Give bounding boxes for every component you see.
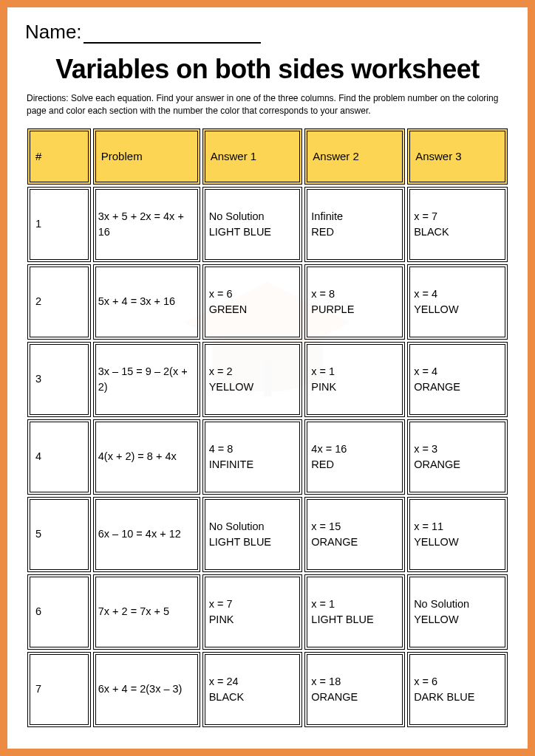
cell-answer-3: x = 7BLACK: [407, 187, 508, 262]
header-ans3: Answer 3: [407, 128, 508, 185]
answer-color: PURPLE: [311, 302, 398, 317]
header-problem: Problem: [93, 128, 200, 185]
answer-value: x = 11: [414, 519, 501, 534]
answer-value: x = 4: [414, 364, 501, 379]
answer-color: BLACK: [414, 224, 501, 239]
cell-answer-3: No SolutionYELLOW: [407, 574, 508, 650]
cell-answer-3: x = 6DARK BLUE: [407, 652, 508, 727]
problems-table: # Problem Answer 1 Answer 2 Answer 3 1 3…: [25, 126, 510, 729]
cell-problem: 3x – 15 = 9 – 2(x + 2): [93, 342, 200, 417]
answer-value: x = 7: [209, 597, 296, 611]
cell-problem: 7x + 2 = 7x + 5: [93, 574, 200, 650]
cell-answer-3: x = 3ORANGE: [407, 419, 508, 495]
answer-value: x = 6: [209, 286, 296, 301]
directions-text: Directions: Solve each equation. Find yo…: [25, 92, 510, 117]
table-header-row: # Problem Answer 1 Answer 2 Answer 3: [27, 128, 508, 185]
answer-value: x = 18: [311, 674, 398, 689]
cell-answer-1: x = 6GREEN: [202, 264, 303, 340]
cell-answer-3: x = 4ORANGE: [407, 342, 508, 417]
table-row: 3 3x – 15 = 9 – 2(x + 2)x = 2YELLOWx = 1…: [27, 342, 508, 417]
cell-number: 1: [27, 187, 91, 262]
answer-color: BLACK: [209, 690, 296, 704]
table-row: 6 7x + 2 = 7x + 5x = 7PINKx = 1LIGHT BLU…: [27, 574, 508, 650]
answer-value: x = 1: [311, 364, 398, 379]
answer-color: PINK: [311, 379, 398, 394]
answer-value: x = 3: [414, 441, 501, 456]
cell-problem: 5x + 4 = 3x + 16: [93, 264, 200, 340]
cell-number: 7: [27, 652, 91, 727]
cell-answer-2: x = 1PINK: [304, 342, 405, 417]
cell-problem: 6x – 10 = 4x + 12: [93, 497, 200, 572]
answer-value: x = 2: [209, 364, 296, 379]
cell-answer-1: 4 = 8INFINITE: [202, 419, 303, 495]
answer-value: x = 6: [414, 674, 501, 689]
answer-color: YELLOW: [414, 535, 501, 549]
answer-color: GREEN: [209, 302, 296, 317]
answer-value: x = 24: [209, 674, 296, 689]
cell-problem: 3x + 5 + 2x = 4x + 16: [93, 187, 200, 262]
cell-number: 6: [27, 574, 91, 650]
answer-color: RED: [311, 457, 398, 472]
header-ans1: Answer 1: [202, 128, 303, 185]
answer-value: x = 1: [311, 597, 398, 611]
answer-color: LIGHT BLUE: [311, 612, 398, 627]
answer-value: 4 = 8: [209, 441, 296, 456]
cell-answer-2: x = 15ORANGE: [304, 497, 405, 572]
header-num: #: [27, 128, 91, 185]
answer-color: ORANGE: [311, 535, 398, 549]
cell-answer-1: x = 24BLACK: [202, 652, 303, 727]
cell-problem: 6x + 4 = 2(3x – 3): [93, 652, 200, 727]
answer-value: Infinite: [311, 209, 398, 224]
answer-value: No Solution: [209, 209, 296, 224]
answer-color: ORANGE: [414, 379, 501, 394]
answer-color: ORANGE: [414, 457, 501, 472]
answer-value: x = 15: [311, 519, 398, 534]
answer-value: No Solution: [414, 597, 501, 611]
page-title: Variables on both sides worksheet: [25, 54, 510, 85]
answer-value: 4x = 16: [311, 441, 398, 456]
cell-answer-3: x = 4YELLOW: [407, 264, 508, 340]
cell-number: 3: [27, 342, 91, 417]
cell-answer-1: x = 2YELLOW: [202, 342, 303, 417]
name-label: Name:: [25, 21, 82, 43]
table-row: 2 5x + 4 = 3x + 16x = 6GREENx = 8PURPLEx…: [27, 264, 508, 340]
cell-number: 4: [27, 419, 91, 495]
answer-value: x = 7: [414, 209, 501, 224]
table-row: 5 6x – 10 = 4x + 12No SolutionLIGHT BLUE…: [27, 497, 508, 572]
table-row: 4 4(x + 2) = 8 + 4x4 = 8INFINITE4x = 16R…: [27, 419, 508, 495]
cell-answer-1: No SolutionLIGHT BLUE: [202, 187, 303, 262]
table-row: 7 6x + 4 = 2(3x – 3)x = 24BLACKx = 18ORA…: [27, 652, 508, 727]
worksheet-page: Name: Variables on both sides worksheet …: [7, 7, 528, 749]
answer-color: RED: [311, 224, 398, 239]
cell-answer-2: x = 18ORANGE: [304, 652, 405, 727]
header-ans2: Answer 2: [304, 128, 405, 185]
answer-color: INFINITE: [209, 457, 296, 472]
answer-value: x = 8: [311, 286, 398, 301]
answer-color: DARK BLUE: [414, 690, 501, 704]
cell-answer-1: x = 7PINK: [202, 574, 303, 650]
answer-value: x = 4: [414, 286, 501, 301]
cell-answer-1: No SolutionLIGHT BLUE: [202, 497, 303, 572]
cell-number: 2: [27, 264, 91, 340]
cell-answer-2: x = 8PURPLE: [304, 264, 405, 340]
answer-value: No Solution: [209, 519, 296, 534]
cell-answer-2: 4x = 16RED: [304, 419, 405, 495]
answer-color: ORANGE: [311, 690, 398, 704]
cell-answer-2: x = 1LIGHT BLUE: [304, 574, 405, 650]
answer-color: LIGHT BLUE: [209, 224, 296, 239]
cell-answer-3: x = 11YELLOW: [407, 497, 508, 572]
answer-color: YELLOW: [209, 379, 296, 394]
cell-problem: 4(x + 2) = 8 + 4x: [93, 419, 200, 495]
name-field[interactable]: Name:: [25, 21, 510, 44]
cell-answer-2: InfiniteRED: [304, 187, 405, 262]
cell-number: 5: [27, 497, 91, 572]
answer-color: YELLOW: [414, 302, 501, 317]
answer-color: PINK: [209, 612, 296, 627]
answer-color: YELLOW: [414, 612, 501, 627]
table-row: 1 3x + 5 + 2x = 4x + 16No SolutionLIGHT …: [27, 187, 508, 262]
answer-color: LIGHT BLUE: [209, 535, 296, 549]
name-input-line[interactable]: [84, 30, 261, 44]
